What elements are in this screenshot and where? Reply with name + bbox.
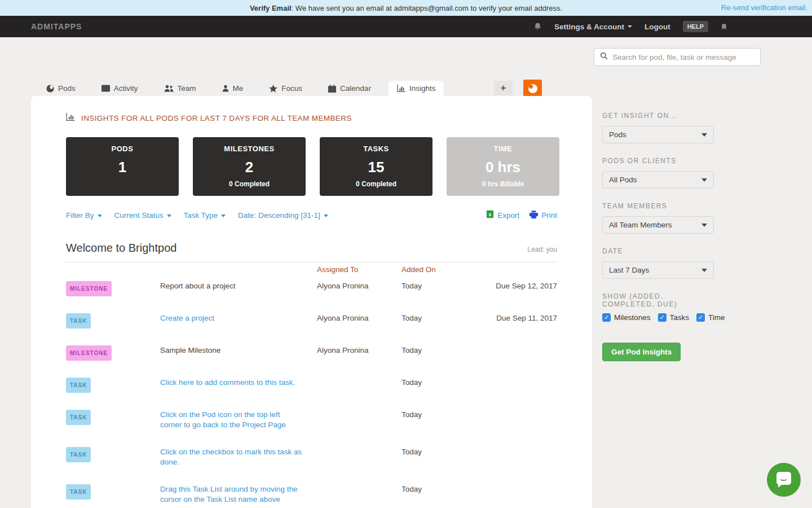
stat-label: TASKS [320,144,433,153]
insight-filters-sidebar: GET INSIGHT ON... Pods PODS OR CLIENTS A… [602,112,714,361]
filter-dropdown[interactable]: Task Type [184,211,226,220]
bell-icon[interactable] [533,22,542,31]
tab-calendar[interactable]: Calendar [320,81,379,96]
tab-me[interactable]: Me [214,81,252,96]
sidebar-section-label: GET INSIGHT ON... [602,112,714,120]
tab-label: Team [178,84,196,93]
filter-dropdown[interactable]: Filter By [66,211,102,220]
row-added-on: Today [401,447,486,457]
chart-icon [397,85,405,92]
verify-email-text: Verify Email: We have sent you an email … [250,4,562,12]
top-navbar: ADMITAPPS Settings & Account Logout HELP [0,16,812,37]
stat-value: 0 hrs [447,159,559,176]
col-added-on: Added On [401,265,486,274]
export-button[interactable]: x Export [486,210,519,220]
row-added-on: Today [401,484,486,494]
row-title[interactable]: Click here to add comments to this task. [160,378,295,387]
pod-logo-icon [528,84,537,93]
table-row: MILESTONE Report about a project Alyona … [66,281,557,296]
row-title[interactable]: Report about a project [160,282,236,290]
print-button[interactable]: Print [529,210,557,220]
insights-panel: INSIGHTS FOR ALL PODS FOR LAST 7 DAYS FO… [31,96,592,508]
table-header: Assigned To Added On [66,265,557,274]
chevron-down-icon [221,214,226,217]
show-checkbox[interactable]: ✓ Tasks [658,313,690,322]
add-pod-button[interactable]: + [494,81,513,95]
chevron-down-icon [98,214,102,217]
global-search[interactable] [594,48,761,66]
tab-activity[interactable]: Activity [93,81,147,96]
show-checkbox[interactable]: ✓ Time [696,313,725,322]
filter-links: Filter By Current Status Task Type Date:… [66,211,328,220]
stat-card-pods: PODS 1 [66,137,179,196]
sidebar-section-2: TEAM MEMBERS All Team Members [602,202,714,234]
stat-value: 1 [66,159,179,176]
tab-label: Focus [281,84,302,93]
tab-label: Calendar [340,84,371,93]
sidebar-dropdown[interactable]: Pods [602,126,714,143]
checkbox-checked-icon: ✓ [602,313,611,322]
tab-insights[interactable]: Insights [389,81,444,96]
resend-verification-link[interactable]: Re-send verification email. [721,0,807,16]
chevron-down-icon [701,269,707,272]
row-added-on: Today [401,281,486,291]
row-added-on: Today [401,410,486,420]
row-title[interactable]: Create a project [160,314,214,322]
tab-focus[interactable]: Focus [261,81,311,96]
svg-text:x: x [489,212,492,217]
me-icon [222,85,229,92]
show-checkbox[interactable]: ✓ Milestones [602,313,651,322]
sidebar-dropdown[interactable]: Last 7 Days [602,261,714,279]
sidebar-section-0: GET INSIGHT ON... Pods [602,112,714,143]
stat-sub: 0 Completed [320,180,433,188]
checkbox-label: Tasks [670,313,690,322]
pod-title: Welcome to Brightpod [66,242,176,255]
excel-icon: x [486,210,494,220]
brand-name: ADMITAPPS [31,22,82,31]
row-title[interactable]: Sample Milestone [160,346,220,354]
sidebar-dropdown-value: Last 7 Days [609,266,649,274]
chat-widget-button[interactable] [767,463,801,497]
row-type-badge: TASK [66,378,91,393]
row-title[interactable]: Click on the checkbox to mark this task … [160,448,302,466]
sidebar-section-3: DATE Last 7 Days [602,247,714,279]
row-added-on: Today [401,378,486,388]
table-row: TASK Click here to add comments to this … [66,378,557,393]
tab-label: Me [233,84,244,93]
checkbox-checked-icon: ✓ [658,313,667,322]
row-added-on: Today [401,345,486,356]
row-assigned-to: Alyona Pronina [317,345,401,356]
activity-icon [102,85,110,92]
bar-chart-icon [66,113,75,123]
tab-team[interactable]: Team [156,81,205,96]
printer-icon [529,211,538,220]
sidebar-dropdown[interactable]: All Pods [602,171,714,189]
row-due-date: Due Sep 11, 2017 [486,313,557,323]
table-row: TASK Create a project Alyona Pronina Tod… [66,313,557,329]
sidebar-dropdown-value: Pods [609,130,626,139]
search-input[interactable] [612,53,754,62]
bookmark-icon[interactable] [721,23,727,31]
filter-dropdown[interactable]: Date: Descending [31-1] [238,211,328,220]
row-title[interactable]: Drag this Task List around by moving the… [160,485,298,503]
show-checkboxes: ✓ Milestones ✓ Tasks ✓ Time [602,313,714,322]
logout-button[interactable]: Logout [645,23,670,31]
tab-pods[interactable]: Pods [38,81,84,96]
stat-card-time: TIME 0 hrs 0 hrs Billable [447,137,559,196]
row-title[interactable]: Click on the Pod icon on the top left co… [160,410,286,429]
chevron-down-icon [324,214,328,217]
row-assigned-to: Alyona Pronina [317,313,401,323]
row-due-date: Due Sep 12, 2017 [486,281,557,291]
checkbox-label: Milestones [614,313,651,322]
filter-dropdown[interactable]: Current Status [114,211,171,220]
settings-account-menu[interactable]: Settings & Account [554,23,632,31]
row-type-badge: TASK [66,447,91,462]
chevron-down-icon [628,25,632,28]
sidebar-section-1: PODS OR CLIENTS All Pods [602,157,714,189]
sidebar-dropdown[interactable]: All Team Members [602,216,714,234]
get-pod-insights-button[interactable]: Get Pod Insights [602,343,681,361]
pod-icon [46,85,54,93]
brightpod-pod-button[interactable] [523,80,542,97]
filter-label: Filter By [66,211,94,220]
help-button[interactable]: HELP [683,21,708,32]
